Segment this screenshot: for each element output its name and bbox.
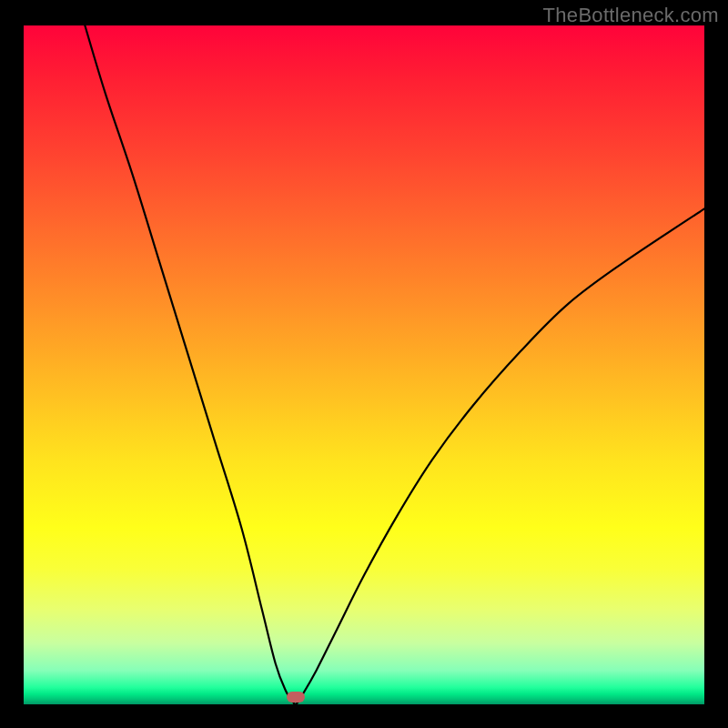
bottleneck-curve bbox=[85, 25, 704, 704]
chart-frame: TheBottleneck.com bbox=[0, 0, 728, 728]
curve-svg bbox=[24, 25, 704, 704]
plot-area bbox=[24, 25, 704, 704]
min-marker bbox=[287, 692, 305, 703]
watermark-text: TheBottleneck.com bbox=[543, 4, 719, 27]
